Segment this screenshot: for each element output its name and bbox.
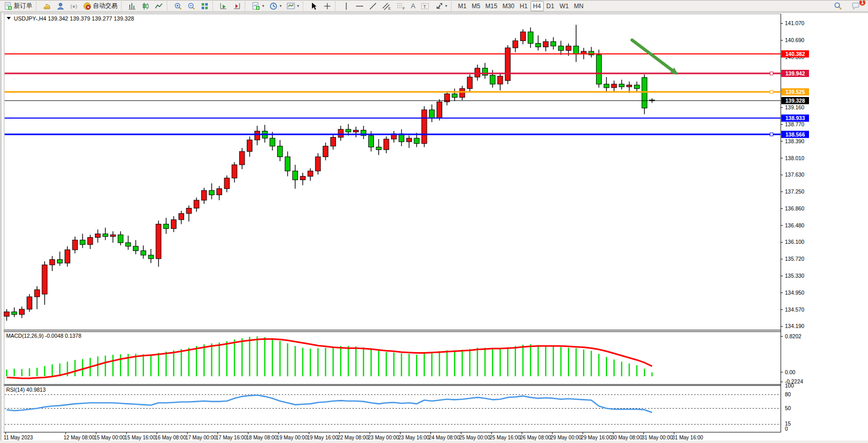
svg-text:0: 0 bbox=[785, 426, 788, 432]
price-tick-label: 135.720 bbox=[785, 256, 804, 262]
cursor-tool-button[interactable] bbox=[307, 1, 321, 11]
crosshair-tool-button[interactable] bbox=[321, 1, 334, 11]
profiles-icon bbox=[56, 2, 65, 10]
date-label: 18 May 08:00 bbox=[246, 435, 278, 440]
dropdown-caret: ▾ bbox=[262, 4, 264, 8]
date-label: 25 May 16:00 bbox=[489, 435, 521, 440]
line-handle[interactable] bbox=[770, 133, 773, 136]
date-label: 22 May 08:00 bbox=[338, 435, 369, 440]
chart-canvas[interactable]: 141.070140.690140.300139.910139.530139.1… bbox=[2, 13, 868, 441]
bar-chart-button[interactable] bbox=[126, 1, 139, 11]
time-axis[interactable]: 11 May 202312 May 08:0015 May 00:0015 Ma… bbox=[4, 432, 703, 440]
profiles-button[interactable] bbox=[54, 1, 67, 11]
line-chart-button[interactable] bbox=[152, 1, 166, 11]
equidistant-channel-tool-button[interactable]: E bbox=[380, 1, 394, 11]
bar-chart-icon bbox=[128, 2, 136, 10]
timeframe-w1-button[interactable]: W1 bbox=[557, 1, 571, 11]
rsi-label: RSI(14) 40.9813 bbox=[6, 387, 46, 393]
autotrading-button[interactable]: 自动交易 bbox=[81, 1, 120, 11]
auto-scroll-button[interactable] bbox=[217, 1, 230, 11]
svg-text:F: F bbox=[403, 7, 405, 10]
text-tool-button[interactable]: A bbox=[408, 1, 418, 11]
date-label: 16 May 08:00 bbox=[155, 435, 186, 440]
autotrading-icon bbox=[83, 2, 91, 10]
price-tick-label: 139.160 bbox=[785, 104, 804, 110]
toolbar-separator bbox=[121, 2, 125, 11]
new-order-label: 新订单 bbox=[14, 2, 32, 10]
date-label: 31 May 16:00 bbox=[672, 435, 703, 440]
candlestick-chart-button[interactable] bbox=[139, 1, 152, 11]
price-tick-label: 134.570 bbox=[785, 306, 804, 313]
price-axis[interactable]: 141.070140.690140.300139.910139.530139.1… bbox=[781, 20, 804, 329]
new-chart-icon bbox=[43, 2, 51, 10]
text-icon: A bbox=[411, 3, 416, 9]
price-tick-label: 134.190 bbox=[785, 323, 804, 329]
chart-shift-icon bbox=[233, 2, 241, 10]
vertical-line-icon bbox=[342, 2, 350, 10]
candle bbox=[27, 294, 32, 312]
candle bbox=[596, 50, 601, 88]
date-label: 12 May 08:00 bbox=[64, 435, 95, 440]
line-chart-icon bbox=[155, 2, 163, 10]
candle bbox=[437, 99, 442, 120]
toolbar-separator bbox=[167, 2, 170, 11]
timeframe-m15-button[interactable]: M15 bbox=[483, 1, 500, 11]
arrows-tool-button[interactable]: ▾ bbox=[432, 1, 450, 11]
price-line-tag-label: 139.942 bbox=[785, 70, 805, 76]
line-handle[interactable] bbox=[770, 90, 773, 93]
price-line-tag-label: 140.382 bbox=[785, 51, 805, 57]
new-order-icon bbox=[4, 2, 12, 10]
new-order-button[interactable]: 新订单 bbox=[2, 1, 35, 11]
date-label: 17 May 16:00 bbox=[216, 435, 247, 440]
line-handle[interactable] bbox=[770, 72, 773, 75]
chart-title: USDJPY-,H4 139.342 139.379 139.277 139.3… bbox=[7, 15, 134, 22]
indicators-icon bbox=[252, 2, 260, 10]
tile-windows-icon bbox=[201, 2, 209, 10]
timeframe-m1-button[interactable]: M1 bbox=[456, 1, 469, 11]
tile-windows-button[interactable] bbox=[198, 1, 211, 11]
timeframe-m5-button[interactable]: M5 bbox=[469, 1, 483, 11]
svg-text:50: 50 bbox=[785, 405, 791, 411]
price-tick-label: 136.100 bbox=[785, 239, 804, 245]
templates-button[interactable]: ▾ bbox=[284, 1, 302, 11]
trendline-icon bbox=[369, 2, 377, 10]
vertical-line-tool-button[interactable] bbox=[340, 1, 353, 11]
dropdown-caret: ▾ bbox=[445, 4, 447, 8]
price-tick-label: 137.630 bbox=[785, 171, 804, 178]
price-tick-label: 138.390 bbox=[785, 138, 804, 144]
date-label: 17 May 00:00 bbox=[185, 435, 216, 440]
timeframe-mn-button[interactable]: MN bbox=[571, 1, 586, 11]
indicators-button[interactable]: ▾ bbox=[249, 1, 267, 11]
svg-text:T: T bbox=[423, 4, 426, 9]
date-label: 29 May 16:00 bbox=[581, 435, 612, 440]
new-chart-button[interactable] bbox=[41, 1, 54, 11]
signals-icon bbox=[70, 2, 78, 10]
text-label-tool-button[interactable]: T bbox=[418, 1, 432, 11]
trendline-tool-button[interactable] bbox=[366, 1, 380, 11]
toolbar-separator bbox=[335, 2, 339, 11]
chart-shift-button[interactable] bbox=[230, 1, 244, 11]
date-label: 19 May 00:00 bbox=[277, 435, 308, 440]
notifications-button[interactable]: 1 bbox=[849, 1, 863, 11]
zoom-in-button[interactable] bbox=[171, 1, 185, 11]
templates-icon bbox=[287, 2, 295, 10]
periods-button[interactable]: ▾ bbox=[267, 1, 284, 11]
date-label: 30 May 08:00 bbox=[611, 435, 642, 440]
toolbar: 新订单 自动交易 bbox=[0, 1, 868, 12]
zoom-out-button[interactable] bbox=[185, 1, 198, 11]
horizontal-line-tool-button[interactable] bbox=[353, 1, 366, 11]
date-label: 31 May 00:00 bbox=[642, 435, 673, 440]
status-strip bbox=[0, 440, 868, 443]
date-label: 29 May 00:00 bbox=[550, 435, 582, 440]
candle bbox=[642, 74, 647, 114]
timeframe-d1-button[interactable]: D1 bbox=[544, 1, 557, 11]
signals-button[interactable] bbox=[67, 1, 81, 11]
zoom-in-icon bbox=[174, 2, 182, 10]
timeframe-m30-button[interactable]: M30 bbox=[500, 1, 517, 11]
search-button[interactable] bbox=[831, 1, 845, 11]
timeframe-h4-button[interactable]: H4 bbox=[530, 1, 544, 11]
fibonacci-tool-button[interactable]: F bbox=[394, 1, 408, 11]
mt4-window: 新订单 自动交易 bbox=[0, 0, 868, 443]
timeframe-h1-button[interactable]: H1 bbox=[517, 1, 530, 11]
date-label: 23 May 00:00 bbox=[368, 435, 399, 440]
